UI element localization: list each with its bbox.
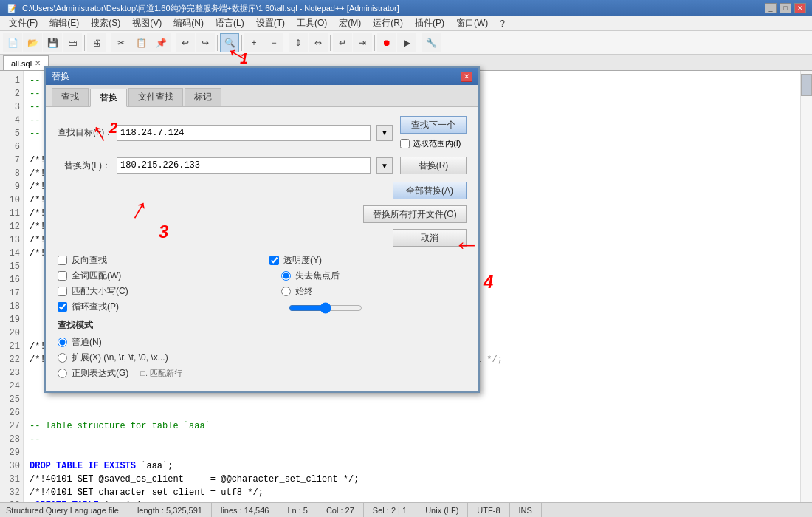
menu-run[interactable]: 运行(R) [367, 16, 409, 30]
scope-label: 选取范围内(I) [413, 138, 461, 149]
checkbox-wholeword: 全词匹配(W) [58, 270, 255, 282]
cut-button[interactable]: ✂ [111, 33, 131, 52]
macro-play-button[interactable]: ▶ [397, 33, 416, 52]
menu-search[interactable]: 搜索(S) [85, 16, 126, 30]
options-right: 透明度(Y) 失去焦点后 始终 [269, 254, 467, 383]
code-line-33: ⊟CREATE TABLE `aaa` ( [30, 499, 794, 502]
status-bar: Structured Query Language file length : … [0, 502, 812, 517]
code-line-26 [30, 406, 794, 420]
run-button[interactable]: 🔧 [422, 33, 441, 52]
sync-scroll-v-button[interactable]: ⇕ [289, 33, 308, 52]
radio-normal-input[interactable] [58, 338, 67, 347]
transparency-row: 透明度(Y) [269, 254, 467, 267]
find-input-combo: ▼ [117, 125, 393, 141]
radio-regex-input[interactable] [58, 369, 67, 378]
wholeword-checkbox[interactable] [58, 271, 67, 281]
maximize-button[interactable]: □ [780, 3, 791, 13]
app-close-button[interactable]: ✕ [794, 3, 806, 13]
trans-radio2-label: 始终 [295, 285, 313, 298]
wrap-label: 循环查找(P) [72, 301, 119, 313]
transparency-checkbox[interactable] [269, 256, 279, 265]
save-all-button[interactable]: 🗃 [63, 33, 82, 52]
menu-window[interactable]: 窗口(W) [450, 16, 494, 30]
find-label: 查找目标(F)： [58, 126, 117, 139]
print-button[interactable]: 🖨 [87, 33, 106, 52]
title-icon: 📝 [6, 2, 18, 14]
menu-macro[interactable]: 宏(M) [333, 16, 367, 30]
dialog-title: 替换 [52, 70, 69, 83]
undo-button[interactable]: ↩ [176, 33, 195, 52]
trans-radio1-input[interactable] [281, 271, 291, 281]
status-ln: Ln : 5 [278, 503, 317, 517]
vertical-scrollbar[interactable] [800, 71, 812, 502]
replace-all-open-button[interactable]: 替换所有打开文件(O) [363, 205, 467, 223]
find-input[interactable] [117, 125, 371, 141]
sep2 [109, 35, 109, 51]
indent-button[interactable]: ⇥ [353, 33, 372, 52]
dialog-tab-mark[interactable]: 标记 [185, 88, 221, 106]
find-replace-dialog: 替换 ✕ 查找 替换 文件查找 标记 查找目标(F)： ▼ 查找下一个 选取范围… [44, 66, 480, 393]
replace-all-button[interactable]: 全部替换(A) [393, 182, 467, 199]
dialog-tab-find-in-files[interactable]: 文件查找 [128, 88, 183, 106]
save-button[interactable]: 💾 [43, 33, 62, 52]
find-dropdown-button[interactable]: ▼ [376, 125, 393, 141]
replace-dropdown-button[interactable]: ▼ [376, 157, 393, 174]
trans-radio2-row: 始终 [281, 285, 467, 298]
sep5 [241, 35, 242, 51]
find-replace-button[interactable]: 🔍 [220, 33, 239, 52]
dialog-tab-replace[interactable]: 替换 [90, 89, 127, 107]
menu-view[interactable]: 视图(V) [126, 16, 168, 30]
wrap-checkbox[interactable] [58, 302, 67, 312]
dialog-close-button[interactable]: ✕ [461, 72, 472, 82]
radio-extended: 扩展(X) (\n, \r, \t, \0, \x...) [58, 352, 255, 364]
sep7 [330, 35, 331, 51]
trans-radio2-input[interactable] [281, 287, 291, 296]
radio-extended-label: 扩展(X) (\n, \r, \t, \0, \x...) [72, 352, 168, 364]
menu-edit[interactable]: 编辑(E) [44, 16, 85, 30]
menu-language[interactable]: 语言(L) [210, 16, 250, 30]
wrap-button[interactable]: ↵ [333, 33, 352, 52]
zoom-out-button[interactable]: − [264, 33, 283, 52]
status-col: Col : 27 [317, 503, 364, 517]
radio-extended-input[interactable] [58, 353, 67, 363]
scope-checkbox[interactable] [400, 139, 410, 148]
menu-settings[interactable]: 设置(T) [250, 16, 291, 30]
menu-file[interactable]: 文件(F) [3, 16, 44, 30]
find-next-button[interactable]: 查找下一个 [400, 116, 467, 134]
options-left: 反向查找 全词匹配(W) 匹配大小写(C) 循环查找(P) 查找模式 [58, 254, 255, 383]
dialog-tabs: 查找 替换 文件查找 标记 [46, 85, 478, 107]
tab-close-icon[interactable]: ✕ [35, 59, 41, 67]
radio-regex-label: 正则表达式(G) [72, 367, 128, 380]
sync-scroll-h-button[interactable]: ⇔ [309, 33, 328, 52]
paste-button[interactable]: 📌 [151, 33, 171, 52]
macro-record-button[interactable]: ⏺ [377, 33, 396, 52]
tab-all-sql[interactable]: all.sql ✕ [3, 55, 49, 70]
new-button[interactable]: 📄 [3, 33, 22, 52]
open-button[interactable]: 📂 [23, 33, 42, 52]
zoom-in-button[interactable]: + [244, 33, 264, 52]
replace-button[interactable]: 替换(R) [400, 157, 467, 174]
cancel-button[interactable]: 取消 [393, 229, 467, 247]
menu-tools[interactable]: 工具(O) [291, 16, 333, 30]
dialog-titlebar[interactable]: 替换 ✕ [46, 68, 478, 85]
reverse-label: 反向查找 [72, 254, 107, 267]
redo-button[interactable]: ↪ [196, 33, 215, 52]
copy-button[interactable]: 📋 [131, 33, 151, 52]
status-mode: INS [510, 503, 542, 517]
reverse-checkbox[interactable] [58, 256, 67, 265]
dialog-tab-find[interactable]: 查找 [52, 88, 89, 106]
matchcase-checkbox[interactable] [58, 287, 67, 296]
sep1 [84, 35, 85, 51]
minimize-button[interactable]: _ [765, 3, 777, 13]
find-buttons: 查找下一个 选取范围内(I) [400, 116, 467, 149]
trans-radio1-row: 失去焦点后 [281, 270, 467, 282]
menu-help[interactable]: ? [494, 18, 511, 30]
code-line-25 [30, 393, 794, 406]
menu-plugins[interactable]: 插件(P) [409, 16, 450, 30]
matchcase-label: 匹配大小写(C) [72, 285, 128, 298]
checkbox-matchcase: 匹配大小写(C) [58, 285, 255, 298]
transparency-slider[interactable] [289, 302, 362, 314]
replace-input[interactable] [117, 157, 371, 174]
wholeword-label: 全词匹配(W) [72, 270, 121, 282]
menu-encoding[interactable]: 编码(N) [168, 16, 210, 30]
